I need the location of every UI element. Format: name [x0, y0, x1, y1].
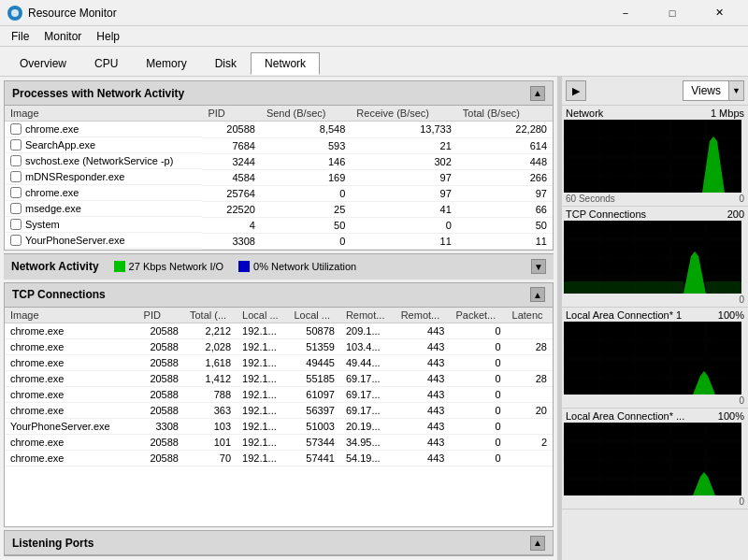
tcp-col-latency: Latenc [507, 308, 553, 323]
chart-value-1: 200 [727, 208, 744, 220]
processes-title: Processes with Network Activity [12, 87, 184, 100]
chart-1: TCP Connections 200 0 [562, 207, 748, 308]
chart-label-0: Network 1 Mbps [564, 108, 746, 120]
table-row[interactable]: System 4 50 0 50 [5, 217, 553, 233]
table-row[interactable]: msedge.exe 22520 25 41 66 [5, 201, 553, 217]
svg-point-0 [11, 9, 19, 17]
row-checkbox[interactable] [10, 235, 22, 246]
chart-title-1: TCP Connections [566, 208, 646, 220]
row-checkbox[interactable] [10, 203, 22, 214]
row-checkbox[interactable] [10, 219, 22, 230]
blue-dot [238, 261, 250, 272]
chart-label-2: Local Area Connection* 1 100% [564, 309, 746, 322]
table-row[interactable]: YourPhoneServer.exe 3308 0 11 11 [5, 233, 553, 249]
table-row[interactable]: chrome.exe 25764 0 97 97 [5, 185, 553, 201]
chart-bottom-3: 0 [564, 495, 746, 507]
nav-right-btn[interactable]: ▶ [566, 80, 586, 101]
network-util-text: 0% Network Utilization [253, 261, 356, 272]
table-row[interactable]: chrome.exe 20588 1,618 192.1... 49445 49… [5, 355, 553, 371]
tab-memory[interactable]: Memory [132, 52, 200, 75]
network-util-indicator: 0% Network Utilization [238, 261, 356, 272]
processes-table: Image PID Send (B/sec) Receive (B/sec) T… [5, 106, 553, 250]
table-row[interactable]: YourPhoneServer.exe 3308 103 192.1... 51… [5, 419, 553, 435]
tcp-col-local2: Local ... [288, 308, 339, 323]
chart-title-3: Local Area Connection* ... [566, 410, 684, 422]
tcp-section-header[interactable]: TCP Connections ▲ [5, 283, 553, 308]
chart-label-3: Local Area Connection* ... 100% [564, 410, 746, 423]
tcp-col-pid: PID [138, 308, 184, 323]
window-title: Resource Monitor [28, 7, 117, 20]
col-receive: Receive (B/sec) [351, 106, 456, 122]
tcp-col-remote1: Remot... [340, 308, 396, 323]
chart-label-1: TCP Connections 200 [564, 208, 746, 221]
svg-rect-17 [564, 281, 683, 294]
processes-section-header[interactable]: Processes with Network Activity ▲ [5, 81, 553, 106]
tab-bar: Overview CPU Memory Disk Network [0, 47, 748, 77]
processes-section: Processes with Network Activity ▲ Image … [4, 80, 554, 251]
table-row[interactable]: SearchApp.exe 7684 593 21 614 [5, 137, 553, 153]
close-button[interactable]: ✕ [698, 4, 741, 22]
window-controls: − □ ✕ [604, 4, 741, 22]
right-panel-header: ▶ Views ▼ [562, 77, 748, 106]
tcp-col-total: Total (... [184, 308, 237, 323]
chart-title-2: Local Area Connection* 1 [566, 309, 682, 321]
row-checkbox[interactable] [10, 123, 22, 135]
table-row[interactable]: chrome.exe 20588 8,548 13,733 22,280 [5, 122, 553, 138]
chart-bottom-2: 0 [564, 395, 746, 406]
listening-section: Listening Ports ▲ [4, 530, 554, 556]
table-row[interactable]: chrome.exe 20588 1,412 192.1... 55185 69… [5, 371, 553, 387]
tcp-col-image: Image [5, 308, 138, 323]
menu-help[interactable]: Help [89, 28, 127, 44]
row-checkbox[interactable] [10, 139, 22, 151]
menu-file[interactable]: File [4, 28, 36, 44]
chart-svg-2 [564, 322, 741, 395]
tab-overview[interactable]: Overview [6, 52, 80, 75]
tab-disk[interactable]: Disk [201, 52, 251, 75]
table-row[interactable]: chrome.exe 20588 788 192.1... 61097 69.1… [5, 387, 553, 403]
svg-marker-8 [702, 136, 725, 193]
table-row[interactable]: chrome.exe 20588 101 192.1... 57344 34.9… [5, 435, 553, 451]
listening-collapse-btn[interactable]: ▲ [530, 536, 545, 551]
tab-cpu[interactable]: CPU [80, 52, 132, 75]
right-panel: ▶ Views ▼ Network 1 Mbps [561, 77, 748, 560]
network-activity-collapse-btn[interactable]: ▼ [531, 259, 546, 274]
tcp-col-remote2: Remot... [396, 308, 451, 323]
tcp-collapse-btn[interactable]: ▲ [530, 287, 545, 302]
menu-bar: File Monitor Help [0, 26, 748, 47]
title-bar: Resource Monitor − □ ✕ [0, 0, 748, 26]
maximize-button[interactable]: □ [651, 4, 694, 22]
chart-svg-1 [564, 221, 741, 294]
chart-canvas-1 [564, 221, 741, 294]
minimize-button[interactable]: − [604, 4, 647, 22]
views-dropdown-btn[interactable]: ▼ [729, 80, 744, 101]
chart-3: Local Area Connection* ... 100% 0 [562, 409, 748, 510]
table-row[interactable]: svchost.exe (NetworkService -p) 3244 146… [5, 153, 553, 169]
views-label[interactable]: Views [683, 80, 729, 101]
chart-canvas-3 [564, 423, 741, 495]
chart-svg-3 [564, 423, 741, 495]
table-row[interactable]: chrome.exe 20588 363 192.1... 56397 69.1… [5, 403, 553, 419]
chart-bottom-1: 0 [564, 294, 746, 305]
menu-monitor[interactable]: Monitor [36, 28, 89, 44]
tcp-table-container[interactable]: Image PID Total (... Local ... Local ...… [5, 308, 553, 527]
tcp-col-local1: Local ... [237, 308, 288, 323]
table-row[interactable]: chrome.exe 20588 2,028 192.1... 51359 10… [5, 339, 553, 355]
tab-network[interactable]: Network [251, 52, 320, 75]
chart-canvas-0 [564, 120, 741, 193]
main-container: Processes with Network Activity ▲ Image … [0, 77, 748, 560]
network-io-indicator: 27 Kbps Network I/O [114, 261, 224, 272]
listening-section-header[interactable]: Listening Ports ▲ [5, 531, 553, 555]
col-pid: PID [202, 106, 260, 122]
row-checkbox[interactable] [10, 171, 22, 182]
app-icon [7, 6, 22, 21]
svg-marker-34 [693, 472, 715, 495]
table-row[interactable]: mDNSResponder.exe 4584 169 97 266 [5, 169, 553, 185]
row-checkbox[interactable] [10, 155, 22, 166]
tcp-title: TCP Connections [12, 288, 106, 301]
row-checkbox[interactable] [10, 187, 22, 198]
table-row[interactable]: chrome.exe 20588 2,212 192.1... 50878 20… [5, 323, 553, 339]
processes-collapse-btn[interactable]: ▲ [530, 86, 545, 101]
network-activity-title: Network Activity [11, 260, 99, 273]
table-row[interactable]: chrome.exe 20588 70 192.1... 57441 54.19… [5, 451, 553, 467]
col-image: Image [5, 106, 202, 122]
